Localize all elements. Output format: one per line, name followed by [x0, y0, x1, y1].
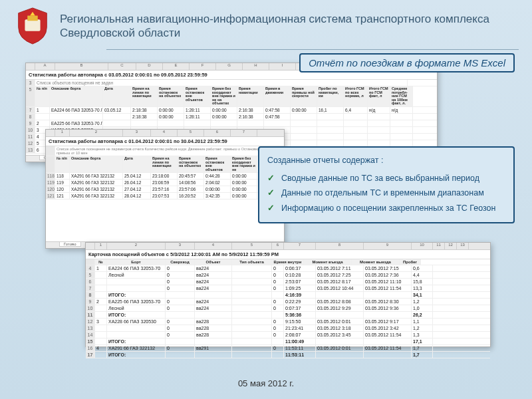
info-callout: Созданные отчеты содержат : Сводные данн…	[258, 146, 515, 223]
excel-sheet-2: 1234567 Статистика работы автопарка с 01…	[45, 129, 285, 249]
banner-callout: Отчёт по поездкам в формате MS Excel	[299, 53, 515, 72]
svg-rect-1	[27, 16, 37, 21]
info-item: Информацию о посещении закрепленных за Т…	[267, 201, 505, 216]
sheet2-title: Статистика работы автопарка с 01.04.2012…	[46, 137, 284, 146]
footer-date: 05 мая 2012 г.	[0, 378, 532, 388]
info-lead: Созданные отчеты содержат :	[267, 153, 505, 168]
svg-rect-0	[25, 19, 40, 31]
header-divider	[106, 49, 519, 50]
info-item: Сводные данные по ТС за весь выбранный п…	[267, 171, 505, 186]
excel-sheet-3: 12345678910111213 Карточка посещений объ…	[85, 242, 491, 347]
info-item: Данные по отдельным ТС и временным диапа…	[267, 186, 505, 201]
region-emblem	[13, 7, 52, 45]
page-title: Региональная навигационно-информационная…	[60, 12, 519, 41]
sheet3-title: Карточка посещений объектов с 5/3/2012 1…	[86, 250, 490, 259]
